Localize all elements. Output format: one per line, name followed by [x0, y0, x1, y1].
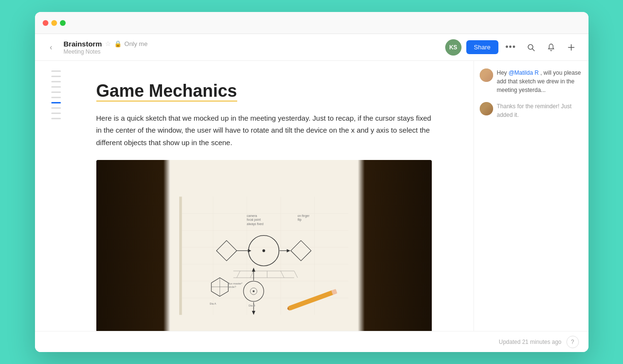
gutter-line-active [51, 102, 61, 103]
comment-item: Thanks for the reminder! Just added it. [480, 102, 583, 119]
gutter-line [51, 86, 61, 88]
svg-text:Dia A: Dia A [210, 303, 217, 306]
comment-text-2: Thanks for the reminder! Just added it. [497, 102, 583, 119]
add-button[interactable] [564, 40, 579, 55]
breadcrumb-sub: Meeting Notes [64, 48, 439, 55]
gutter-line [51, 97, 61, 98]
svg-text:on finger: on finger [298, 214, 310, 218]
close-button[interactable] [43, 20, 48, 26]
svg-text:focal point: focal point [247, 218, 261, 222]
notebook: camera focal point always fixed on finge… [96, 160, 432, 331]
doc-title-wrapper: Game Mechanics [96, 80, 445, 102]
comment-avatar-2 [480, 102, 493, 115]
updated-label: Updated 21 minutes ago [499, 339, 562, 345]
sketch-svg: camera focal point always fixed on finge… [179, 170, 348, 331]
header-actions: KS Share ••• [445, 39, 579, 56]
svg-point-36 [253, 290, 254, 292]
comment-text-1: Hey @Matilda R , will you please add tha… [497, 68, 583, 94]
svg-line-1 [532, 49, 534, 51]
maximize-button[interactable] [60, 20, 66, 26]
back-button[interactable]: ‹ [45, 41, 58, 54]
avatar-image-2 [480, 102, 493, 115]
titlebar [35, 12, 588, 34]
lock-icon: 🔒 [114, 40, 122, 47]
breadcrumb-top: Brainstorm ☆ 🔒 Only me [64, 40, 439, 48]
search-icon [527, 44, 535, 51]
gutter-line [51, 81, 61, 82]
app-window: ‹ Brainstorm ☆ 🔒 Only me Meeting Notes K… [35, 12, 588, 352]
breadcrumb: Brainstorm ☆ 🔒 Only me Meeting Notes [64, 40, 439, 55]
main-content: Game Mechanics Here is a quick sketch th… [35, 61, 588, 331]
gutter-line [51, 118, 61, 119]
breadcrumb-title: Brainstorm [64, 40, 102, 48]
gutter-line [51, 91, 61, 93]
star-icon[interactable]: ☆ [105, 40, 111, 47]
avatar: KS [445, 39, 461, 56]
share-button[interactable]: Share [466, 40, 498, 54]
svg-point-17 [263, 250, 265, 252]
footer: Updated 21 minutes ago ? [35, 331, 588, 352]
svg-text:Dia B: Dia B [249, 304, 255, 307]
svg-text:camera: camera [247, 214, 257, 217]
plus-icon [567, 44, 575, 51]
svg-text:always fixed: always fixed [247, 222, 264, 226]
help-button[interactable]: ? [566, 336, 579, 348]
traffic-lights [43, 20, 66, 26]
svg-text:flip: flip [298, 218, 302, 222]
more-button[interactable]: ••• [503, 40, 519, 55]
gutter-line [51, 70, 61, 72]
doc-title[interactable]: Game Mechanics [96, 81, 237, 102]
comment-prefix: Hey [497, 69, 509, 76]
notifications-button[interactable] [543, 40, 559, 55]
comment-item: Hey @Matilda R , will you please add tha… [480, 68, 583, 94]
avatar-image-1 [480, 68, 493, 82]
gutter-line [51, 113, 61, 114]
bell-icon [547, 44, 555, 51]
comments-sidebar: Hey @Matilda R , will you please add tha… [473, 61, 588, 331]
doc-image: camera focal point always fixed on finge… [96, 160, 432, 331]
search-button[interactable] [523, 40, 539, 55]
header: ‹ Brainstorm ☆ 🔒 Only me Meeting Notes K… [35, 34, 588, 61]
privacy-label: Only me [125, 40, 148, 47]
svg-rect-5 [179, 197, 182, 315]
doc-body: Here is a quick sketch that we mocked up… [96, 112, 432, 149]
svg-text:circle?: circle? [228, 285, 236, 288]
notebook-page: camera focal point always fixed on finge… [170, 160, 358, 331]
comment-avatar-1 [480, 68, 493, 82]
gutter-line [51, 107, 61, 109]
document-area: Game Mechanics Here is a quick sketch th… [77, 61, 473, 331]
svg-text:flux master*: flux master* [228, 282, 243, 285]
minimize-button[interactable] [51, 20, 57, 26]
gutter-line [51, 76, 61, 77]
comment-mention: @Matilda R [508, 69, 539, 76]
left-gutter [35, 61, 77, 331]
